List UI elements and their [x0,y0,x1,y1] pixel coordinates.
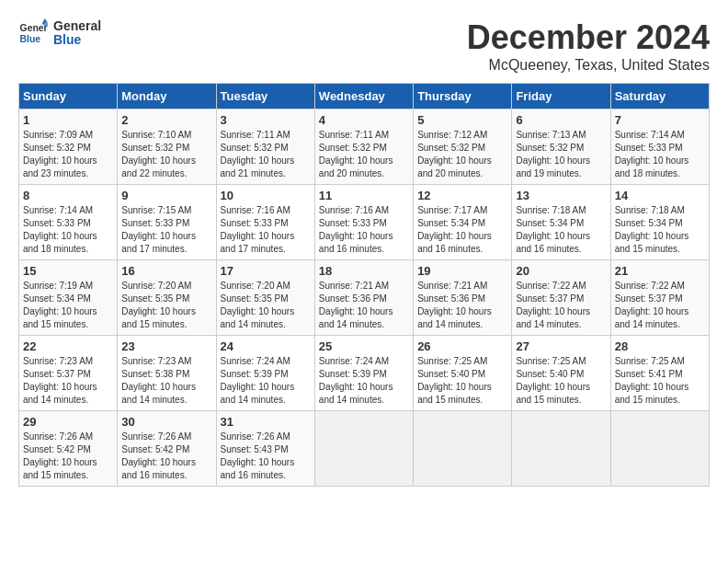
day-number: 3 [221,113,311,127]
day-number: 28 [615,339,705,353]
day-info: Sunrise: 7:22 AMSunset: 5:37 PMDaylight:… [615,280,705,331]
day-info: Sunrise: 7:18 AMSunset: 5:34 PMDaylight:… [516,204,606,256]
day-cell: 3Sunrise: 7:11 AMSunset: 5:32 PMDaylight… [216,109,314,185]
week-row-3: 15Sunrise: 7:19 AMSunset: 5:34 PMDayligh… [19,260,710,336]
day-number: 22 [23,339,113,353]
day-cell [314,411,413,487]
day-number: 19 [417,264,507,278]
day-cell: 18Sunrise: 7:21 AMSunset: 5:36 PMDayligh… [314,260,413,336]
day-info: Sunrise: 7:25 AMSunset: 5:40 PMDaylight:… [417,355,507,407]
day-info: Sunrise: 7:14 AMSunset: 5:33 PMDaylight:… [615,129,705,180]
day-cell [414,411,512,487]
day-cell: 15Sunrise: 7:19 AMSunset: 5:34 PMDayligh… [19,260,118,336]
day-cell: 25Sunrise: 7:24 AMSunset: 5:39 PMDayligh… [314,336,413,411]
day-number: 16 [121,264,211,278]
day-info: Sunrise: 7:21 AMSunset: 5:36 PMDaylight:… [319,280,409,331]
day-info: Sunrise: 7:11 AMSunset: 5:32 PMDaylight:… [319,129,409,180]
col-header-monday: Monday [118,84,216,109]
day-cell: 2Sunrise: 7:10 AMSunset: 5:32 PMDaylight… [118,109,216,185]
logo-icon: General Blue [18,18,48,48]
day-info: Sunrise: 7:12 AMSunset: 5:32 PMDaylight:… [417,129,507,180]
day-cell: 9Sunrise: 7:15 AMSunset: 5:33 PMDaylight… [118,185,216,260]
day-info: Sunrise: 7:21 AMSunset: 5:36 PMDaylight:… [417,280,507,331]
col-header-saturday: Saturday [610,84,709,109]
day-number: 6 [516,113,606,127]
day-cell: 19Sunrise: 7:21 AMSunset: 5:36 PMDayligh… [414,260,512,336]
day-cell: 20Sunrise: 7:22 AMSunset: 5:37 PMDayligh… [512,260,610,336]
logo-blue: Blue [53,33,101,47]
day-cell: 31Sunrise: 7:26 AMSunset: 5:43 PMDayligh… [216,411,314,487]
day-info: Sunrise: 7:22 AMSunset: 5:37 PMDaylight:… [516,280,606,331]
day-number: 21 [615,264,705,278]
day-cell [512,411,610,487]
day-number: 14 [615,189,705,202]
day-cell: 7Sunrise: 7:14 AMSunset: 5:33 PMDaylight… [610,109,709,185]
day-cell: 1Sunrise: 7:09 AMSunset: 5:32 PMDaylight… [19,109,118,185]
col-header-wednesday: Wednesday [314,84,413,109]
day-info: Sunrise: 7:18 AMSunset: 5:34 PMDaylight:… [615,204,705,256]
day-number: 29 [23,415,113,429]
day-info: Sunrise: 7:24 AMSunset: 5:39 PMDaylight:… [221,355,311,407]
day-info: Sunrise: 7:25 AMSunset: 5:41 PMDaylight:… [615,355,705,407]
col-header-tuesday: Tuesday [216,84,314,109]
day-cell: 17Sunrise: 7:20 AMSunset: 5:35 PMDayligh… [216,260,314,336]
day-cell: 11Sunrise: 7:16 AMSunset: 5:33 PMDayligh… [314,185,413,260]
day-cell: 13Sunrise: 7:18 AMSunset: 5:34 PMDayligh… [512,185,610,260]
day-cell: 29Sunrise: 7:26 AMSunset: 5:42 PMDayligh… [19,411,118,487]
day-number: 12 [417,189,507,202]
day-info: Sunrise: 7:25 AMSunset: 5:40 PMDaylight:… [516,355,606,407]
day-cell: 6Sunrise: 7:13 AMSunset: 5:32 PMDaylight… [512,109,610,185]
calendar-title: December 2024 [467,18,710,57]
day-cell: 21Sunrise: 7:22 AMSunset: 5:37 PMDayligh… [610,260,709,336]
day-number: 2 [121,113,211,127]
day-info: Sunrise: 7:09 AMSunset: 5:32 PMDaylight:… [23,129,113,180]
day-info: Sunrise: 7:14 AMSunset: 5:33 PMDaylight:… [23,204,113,256]
day-cell: 30Sunrise: 7:26 AMSunset: 5:42 PMDayligh… [118,411,216,487]
day-info: Sunrise: 7:13 AMSunset: 5:32 PMDaylight:… [516,129,606,180]
day-cell: 8Sunrise: 7:14 AMSunset: 5:33 PMDaylight… [19,185,118,260]
week-row-4: 22Sunrise: 7:23 AMSunset: 5:37 PMDayligh… [19,336,710,411]
day-info: Sunrise: 7:23 AMSunset: 5:37 PMDaylight:… [23,355,113,407]
week-row-5: 29Sunrise: 7:26 AMSunset: 5:42 PMDayligh… [19,411,710,487]
page-header: General Blue General Blue December 2024 … [18,18,710,74]
day-cell: 16Sunrise: 7:20 AMSunset: 5:35 PMDayligh… [118,260,216,336]
calendar-subtitle: McQueeney, Texas, United States [467,57,710,74]
day-cell: 12Sunrise: 7:17 AMSunset: 5:34 PMDayligh… [414,185,512,260]
day-number: 27 [516,339,606,353]
day-info: Sunrise: 7:16 AMSunset: 5:33 PMDaylight:… [319,204,409,256]
svg-text:General: General [20,23,48,33]
header-row: SundayMondayTuesdayWednesdayThursdayFrid… [19,84,710,109]
day-number: 11 [319,189,409,202]
day-number: 17 [221,264,311,278]
day-number: 5 [417,113,507,127]
day-number: 15 [23,264,113,278]
day-number: 10 [221,189,311,202]
day-cell: 22Sunrise: 7:23 AMSunset: 5:37 PMDayligh… [19,336,118,411]
day-info: Sunrise: 7:24 AMSunset: 5:39 PMDaylight:… [319,355,409,407]
day-info: Sunrise: 7:26 AMSunset: 5:42 PMDaylight:… [23,431,113,482]
logo: General Blue General Blue [18,18,101,48]
day-number: 7 [615,113,705,127]
svg-text:Blue: Blue [20,34,41,44]
day-info: Sunrise: 7:23 AMSunset: 5:38 PMDaylight:… [121,355,211,407]
day-cell: 28Sunrise: 7:25 AMSunset: 5:41 PMDayligh… [610,336,709,411]
day-number: 13 [516,189,606,202]
day-number: 23 [121,339,211,353]
week-row-1: 1Sunrise: 7:09 AMSunset: 5:32 PMDaylight… [19,109,710,185]
day-cell: 5Sunrise: 7:12 AMSunset: 5:32 PMDaylight… [414,109,512,185]
day-info: Sunrise: 7:15 AMSunset: 5:33 PMDaylight:… [121,204,211,256]
day-info: Sunrise: 7:11 AMSunset: 5:32 PMDaylight:… [221,129,311,180]
calendar-table: SundayMondayTuesdayWednesdayThursdayFrid… [18,83,710,487]
col-header-friday: Friday [512,84,610,109]
day-info: Sunrise: 7:17 AMSunset: 5:34 PMDaylight:… [417,204,507,256]
day-number: 30 [121,415,211,429]
day-number: 8 [23,189,113,202]
day-cell [610,411,709,487]
day-number: 18 [319,264,409,278]
day-info: Sunrise: 7:26 AMSunset: 5:43 PMDaylight:… [221,431,311,482]
col-header-sunday: Sunday [19,84,118,109]
day-number: 9 [121,189,211,202]
day-info: Sunrise: 7:16 AMSunset: 5:33 PMDaylight:… [221,204,311,256]
day-cell: 23Sunrise: 7:23 AMSunset: 5:38 PMDayligh… [118,336,216,411]
day-cell: 26Sunrise: 7:25 AMSunset: 5:40 PMDayligh… [414,336,512,411]
